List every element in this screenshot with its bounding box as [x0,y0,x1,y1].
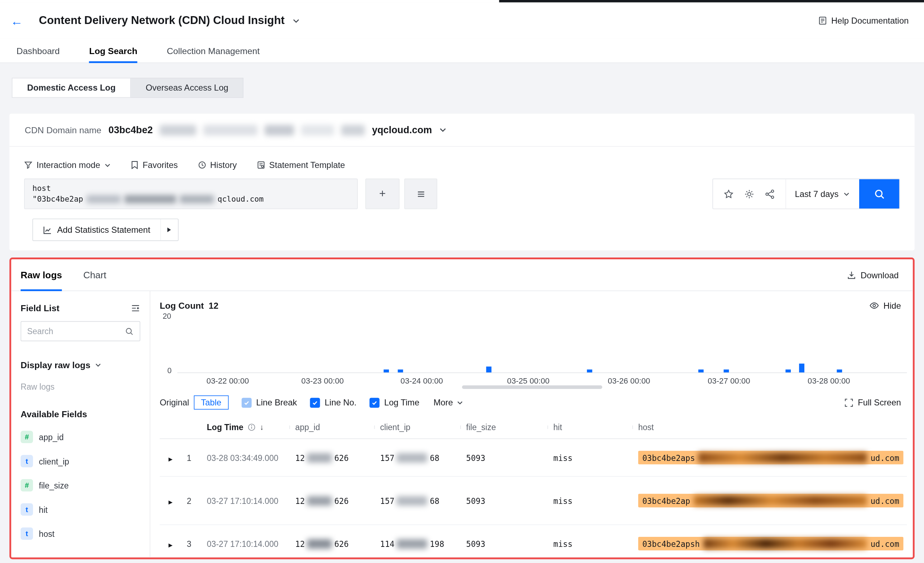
line-no-checkbox[interactable]: Line No. [310,398,356,408]
tab-log-search[interactable]: Log Search [89,39,137,63]
collapse-panel-icon[interactable] [131,303,140,313]
hit-cell: miss [548,539,633,548]
expand-row-icon[interactable]: ▶ [169,456,172,462]
checkbox-checked-icon [242,398,251,408]
cdn-domain-value-suffix: yqcloud.com [372,124,432,135]
share-icon[interactable] [765,189,775,199]
redacted-domain-segment [160,125,196,135]
app-root: ← Content Delivery Network (CDN) Cloud I… [0,0,924,563]
log-time-checkbox[interactable]: Log Time [370,398,419,408]
field-search-input[interactable] [27,327,122,336]
field-list-sidebar: Field List Display raw logs [11,291,150,558]
column-log-time[interactable]: Log Time ↓ [201,422,290,432]
favorites-button[interactable]: Favorites [131,161,178,170]
help-documentation-label: Help Documentation [831,16,909,25]
time-range-selector[interactable] [462,385,602,389]
display-raw-logs-toggle[interactable]: Display raw logs [21,360,140,370]
histogram-bar[interactable] [786,369,791,372]
histogram-bar[interactable] [384,369,389,372]
field-item-host[interactable]: t host [21,527,140,540]
column-app-id[interactable]: app_id [290,422,374,432]
add-statistics-row: Add Statistics Statement [24,218,900,241]
histogram-bar[interactable] [398,369,403,372]
query-list-button[interactable] [404,179,437,210]
histogram-bar[interactable] [837,369,842,372]
download-button[interactable]: Download [847,270,899,279]
field-item-hit[interactable]: t hit [21,503,140,516]
info-icon[interactable] [248,423,256,431]
back-button[interactable]: ← [11,14,23,27]
more-dropdown[interactable]: More [434,398,463,407]
view-table-button[interactable]: Table [194,395,228,409]
tab-overseas-access-log[interactable]: Overseas Access Log [131,78,244,98]
highlighted-host-value: 03bc4be2ap ud.com [638,494,903,507]
tab-dashboard[interactable]: Dashboard [16,39,60,63]
full-screen-button[interactable]: Full Screen [844,398,901,407]
title-dropdown-icon[interactable] [292,17,300,24]
interaction-mode-button[interactable]: Interaction mode [24,161,111,170]
client-ip-cell: 157 68 [374,496,460,505]
row-number: 2 [181,496,201,505]
sort-desc-icon[interactable]: ↓ [260,423,264,432]
host-cell: 03bc4be2aps ud.com [633,451,907,464]
line-break-checkbox[interactable]: Line Break [242,398,297,408]
tab-collection-management[interactable]: Collection Management [167,39,260,63]
histogram-bar[interactable] [586,369,592,372]
add-statistics-expand-button[interactable] [160,219,178,240]
download-icon [847,270,856,279]
favorite-star-icon[interactable] [723,189,734,199]
raw-logs-item[interactable]: Raw logs [21,382,140,391]
gear-icon[interactable] [744,189,754,199]
histogram-plot [177,314,907,373]
column-hit[interactable]: hit [548,422,633,432]
log-table: Log Time ↓ app_id client_ip file_size hi… [160,416,907,559]
time-range-select[interactable]: Last 7 days [785,179,859,209]
field-item-client-ip[interactable]: t client_ip [21,455,140,467]
redacted-host-segment [698,453,867,463]
funnel-icon [24,161,32,169]
help-documentation-link[interactable]: Help Documentation [818,16,909,25]
field-item-file-size[interactable]: # file_size [21,479,140,492]
search-button[interactable] [859,179,899,209]
tab-raw-logs[interactable]: Raw logs [21,259,62,290]
domain-dropdown-icon[interactable] [439,126,447,134]
redacted-query-segment [87,195,121,203]
hide-chart-button[interactable]: Hide [869,300,901,311]
view-original-button[interactable]: Original [160,398,189,407]
statement-template-button[interactable]: Statement Template [257,161,345,170]
column-client-ip[interactable]: client_ip [374,422,460,432]
app-header: ← Content Delivery Network (CDN) Cloud I… [0,3,924,39]
add-condition-button[interactable]: + [365,179,399,210]
histogram-bar[interactable] [698,369,704,372]
x-axis-tick-label: 03-27 00:00 [708,377,750,385]
table-row[interactable]: ▶ 3 03-27 17:10:14.000 12 626 114 [160,525,907,559]
eye-icon [869,300,879,311]
field-item-app-id[interactable]: # app_id [21,431,140,443]
page-content: Domestic Access Log Overseas Access Log … [0,63,924,559]
highlighted-host-value: 03bc4be2apsh ud.com [638,537,903,551]
table-row[interactable]: ▶ 1 03-28 03:34:49.000 12 626 157 [160,439,907,477]
column-host[interactable]: host [633,422,907,432]
query-value-prefix: "03bc4be2ap [32,194,83,204]
expand-row-icon[interactable]: ▶ [169,542,172,548]
add-statistics-button[interactable]: Add Statistics Statement [33,219,160,240]
histogram-bar[interactable] [724,369,729,372]
histogram-bar[interactable] [486,367,491,372]
redacted-query-segment [180,195,214,203]
help-doc-icon [818,16,827,25]
tab-chart[interactable]: Chart [83,259,106,290]
histogram-bar[interactable] [799,363,804,372]
history-button[interactable]: History [198,161,237,170]
query-section: Interaction mode Favorites [9,147,914,251]
table-row[interactable]: ▶ 2 03-27 17:10:14.000 12 626 157 [160,477,907,525]
search-icon[interactable] [125,327,134,336]
app-id-cell: 12 626 [290,539,374,548]
chart-icon [43,225,52,234]
tab-domestic-access-log[interactable]: Domestic Access Log [12,78,131,98]
column-file-size[interactable]: file_size [460,422,548,432]
text-field-icon: t [21,527,33,540]
log-type-switch: Domestic Access Log Overseas Access Log [12,78,243,98]
y-axis-min-label: 0 [167,366,171,375]
query-input[interactable]: host "03bc4be2ap qcloud.com [24,179,357,210]
expand-row-icon[interactable]: ▶ [169,499,172,504]
